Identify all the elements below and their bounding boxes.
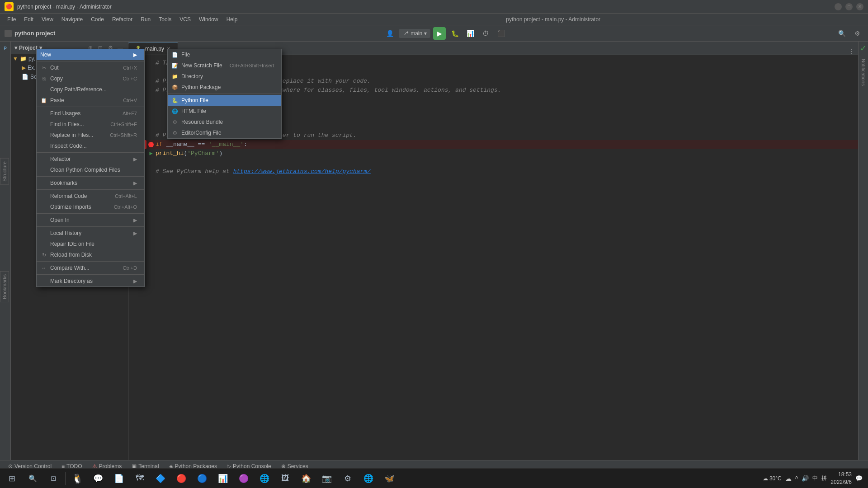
notifications-label[interactable]: Notifications	[861, 55, 866, 89]
cm-replace-in-files[interactable]: Replace in Files... Ctrl+Shift+R	[37, 130, 144, 141]
taskbar-office[interactable]: 📄	[109, 469, 129, 488]
taskbar-separator	[65, 472, 66, 485]
taskbar-photo[interactable]: 📷	[317, 469, 337, 488]
debug-button[interactable]: 🐛	[448, 27, 461, 40]
tray-ime[interactable]: 拼	[821, 474, 827, 482]
run-button[interactable]: ▶	[433, 27, 446, 40]
menu-window[interactable]: Window	[195, 15, 222, 24]
clock[interactable]: 18:53 2022/9/6	[830, 471, 852, 486]
taskbar-files[interactable]: 🏠	[296, 469, 316, 488]
refactor-arrow: ▶	[133, 156, 137, 162]
code-line: 15	[128, 158, 858, 167]
sm-new-scratch[interactable]: 📝 New Scratch File Ctrl+Alt+Shift+Insert	[168, 60, 281, 71]
menu-tools[interactable]: Tools	[155, 15, 175, 24]
taskbar-edge[interactable]: 🔷	[151, 469, 170, 488]
cm-inspect-code[interactable]: Inspect Code...	[37, 141, 144, 151]
cm-clean-compiled[interactable]: Clean Python Compiled Files	[37, 164, 144, 175]
task-view-button[interactable]: ⊡	[43, 469, 63, 488]
sm-editorconfig[interactable]: ⚙ EditorConfig File	[168, 127, 281, 138]
taskbar-settings-tb[interactable]: ⚙	[338, 469, 358, 488]
sm-html-file[interactable]: 🌐 HTML File	[168, 106, 281, 117]
taskbar-chrome[interactable]: 🌐	[359, 469, 378, 488]
cm-open-in-label: Open In	[50, 217, 133, 223]
profile-button[interactable]: ⏱	[479, 27, 492, 40]
tray-volume[interactable]: 🔊	[802, 475, 809, 482]
sm-python-package[interactable]: 📦 Python Package	[168, 82, 281, 93]
sm-resource-bundle[interactable]: ⚙ Resource Bundle	[168, 117, 281, 127]
coverage-button[interactable]: 📊	[464, 27, 476, 40]
more-options-button[interactable]: ⋮	[849, 48, 854, 55]
taskbar-gallery[interactable]: 🖼	[275, 469, 295, 488]
minimize-button[interactable]: —	[835, 3, 842, 10]
taskbar-penguin[interactable]: 🐧	[67, 469, 87, 488]
cm-compare-with[interactable]: ↔ Compare With... Ctrl+D	[37, 263, 144, 273]
cm-paste-shortcut: Ctrl+V	[123, 98, 137, 103]
bookmarks-label[interactable]: Bookmarks	[0, 271, 9, 302]
taskbar-smartgit[interactable]: 📊	[213, 469, 233, 488]
structure-label[interactable]: Structure	[0, 158, 9, 185]
tray-lang[interactable]: 中	[812, 474, 818, 482]
scratch-icon: 📝	[171, 63, 179, 69]
search-everywhere-button[interactable]: 🔍	[835, 27, 848, 40]
cm-optimize-label: Optimize Imports	[50, 204, 107, 210]
search-button[interactable]: 🔍	[23, 469, 42, 488]
sm-file[interactable]: 📄 File	[168, 49, 281, 60]
stop-button[interactable]: ⬛	[495, 27, 507, 40]
cm-repair-ide[interactable]: Repair IDE on File	[37, 239, 144, 249]
compare-icon: ↔	[40, 265, 47, 271]
start-button[interactable]: ⊞	[2, 469, 22, 488]
cm-copy-path[interactable]: Copy Path/Reference...	[37, 84, 144, 95]
taskbar-pycharm[interactable]: 🔴	[171, 469, 191, 488]
cm-replace-shortcut: Ctrl+Shift+R	[110, 132, 137, 138]
cm-local-history[interactable]: Local History ▶	[37, 228, 144, 239]
taskbar-special[interactable]: 🦋	[379, 469, 399, 488]
cm-mark-directory[interactable]: Mark Directory as ▶	[37, 276, 144, 286]
cm-reload-disk[interactable]: ↻ Reload from Disk	[37, 249, 144, 260]
taskbar-filezilla[interactable]: 🟣	[234, 469, 254, 488]
menu-vcs[interactable]: VCS	[176, 15, 194, 24]
code-line: 17	[128, 176, 858, 185]
menu-code[interactable]: Code	[87, 15, 108, 24]
sm-file-label: File	[181, 52, 274, 58]
branch-name: main	[410, 30, 422, 37]
cm-find-usages[interactable]: Find Usages Alt+F7	[37, 108, 144, 119]
cm-reformat[interactable]: Reformat Code Ctrl+Alt+L	[37, 191, 144, 202]
close-button[interactable]: ✕	[856, 3, 863, 10]
cm-copy[interactable]: ⎘ Copy Ctrl+C	[37, 73, 144, 84]
menu-navigate[interactable]: Navigate	[58, 15, 86, 24]
cm-find-usages-shortcut: Alt+F7	[123, 111, 137, 116]
menu-refactor[interactable]: Refactor	[108, 15, 136, 24]
cm-refactor[interactable]: Refactor ▶	[37, 154, 144, 164]
cm-copy-path-label: Copy Path/Reference...	[50, 86, 137, 93]
cm-bookmarks[interactable]: Bookmarks ▶	[37, 178, 144, 188]
sm-python-file[interactable]: 🐍 Python File	[168, 95, 281, 106]
menu-help[interactable]: Help	[223, 15, 241, 24]
taskbar-maps[interactable]: 🗺	[130, 469, 150, 488]
separator	[37, 274, 144, 275]
cm-optimize-imports[interactable]: Optimize Imports Ctrl+Alt+O	[37, 202, 144, 212]
cm-find-in-files[interactable]: Find in Files... Ctrl+Shift+F	[37, 119, 144, 130]
tray-notification-btn[interactable]: 💬	[855, 475, 863, 482]
cm-paste[interactable]: 📋 Paste Ctrl+V	[37, 95, 144, 106]
tray-network[interactable]: ^	[795, 475, 798, 482]
menu-edit[interactable]: Edit	[20, 15, 37, 24]
maximize-button[interactable]: □	[845, 3, 853, 10]
cm-new[interactable]: New ▶	[37, 49, 144, 60]
taskbar-wechat[interactable]: 💬	[88, 469, 108, 488]
taskbar-vscode[interactable]: 🔵	[192, 469, 212, 488]
cm-cut[interactable]: ✂ Cut Ctrl+X	[37, 62, 144, 73]
user-icon[interactable]: 👤	[383, 27, 396, 40]
taskbar-browser[interactable]: 🌐	[255, 469, 274, 488]
sm-directory[interactable]: 📁 Directory	[168, 71, 281, 82]
menu-run[interactable]: Run	[137, 15, 154, 24]
settings-button[interactable]: ⚙	[851, 27, 863, 40]
cm-compare-shortcut: Ctrl+D	[123, 265, 137, 271]
branch-dropdown-icon: ▾	[424, 30, 427, 37]
project-icon[interactable]: P	[0, 43, 10, 53]
menu-view[interactable]: View	[38, 15, 57, 24]
tray-cloud[interactable]: ☁	[785, 475, 792, 482]
menu-file[interactable]: File	[4, 15, 19, 24]
cm-open-in[interactable]: Open In ▶	[37, 215, 144, 225]
branch-selector[interactable]: ⎇ main ▾	[399, 29, 430, 38]
separator	[37, 261, 144, 262]
